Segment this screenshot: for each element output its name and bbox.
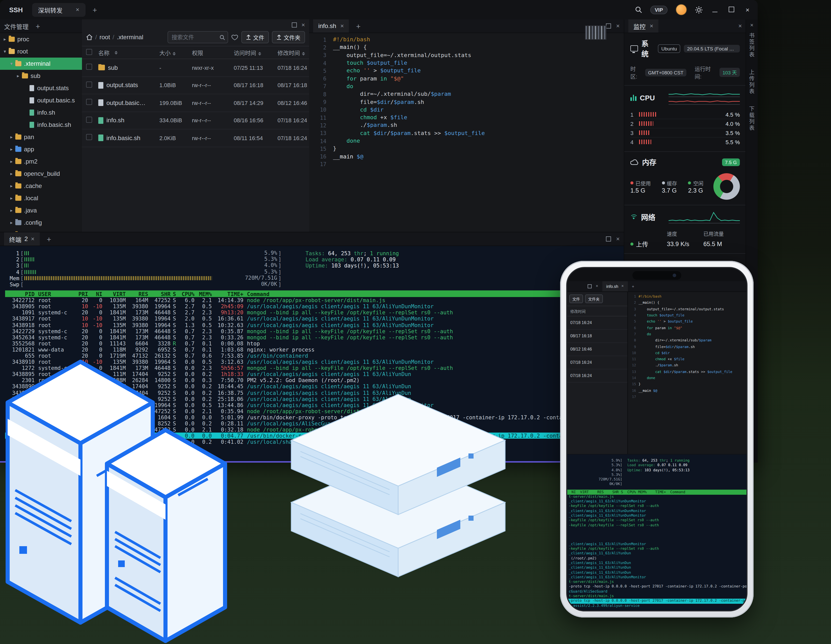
strip-tab[interactable]: 下载列表: [748, 106, 756, 131]
file-manager-tab[interactable]: 文件管理: [4, 22, 29, 30]
process-row[interactable]: 3438895 root 10 -10 111M 17404 9252 S 0.…: [5, 371, 624, 377]
row-checkbox[interactable]: [86, 117, 92, 123]
gear-icon[interactable]: [695, 6, 703, 13]
session-tab[interactable]: 深圳转发 ×: [32, 3, 85, 17]
tree-item[interactable]: ▾ .xterminal: [0, 57, 82, 70]
row-checkbox[interactable]: [86, 81, 92, 88]
tree-expand-icon[interactable]: ▸: [2, 37, 8, 42]
strip-tab[interactable]: 书签列表: [748, 33, 756, 58]
row-checkbox[interactable]: [86, 134, 92, 140]
expand-panel-icon[interactable]: [606, 236, 611, 241]
process-row[interactable]: 3422713 root 20 0 1030M 164M 47252 S 0.0…: [5, 408, 624, 414]
breadcrumb-current[interactable]: .xterminal: [117, 33, 143, 41]
monitor-tab-close-icon[interactable]: ×: [650, 23, 653, 29]
close-panel-icon[interactable]: ×: [301, 22, 305, 28]
tree-expand-icon[interactable]: ▸: [9, 183, 14, 188]
terminal-tab-close-icon[interactable]: ×: [31, 236, 34, 242]
editor-tab-close-icon[interactable]: ×: [341, 23, 344, 29]
process-row[interactable]: 2301 root 20 0 588M 26284 14800 S 0.0 0.…: [5, 377, 624, 383]
tree-expand-icon[interactable]: ▸: [9, 196, 14, 201]
process-row[interactable]: 3438905 root 10 -10 135M 39380 19964 S 2…: [5, 303, 624, 309]
process-row[interactable]: 655 root 20 0 1719M 47132 26132 S 0.7 0.…: [5, 352, 624, 359]
process-row[interactable]: 3438917 root 10 -10 135M 39380 19964 S 2…: [5, 316, 624, 322]
code-editor[interactable]: 1#!/bin/bash2__main() {3 output_file=~/.…: [309, 33, 624, 168]
tree-expand-icon[interactable]: ▸: [9, 208, 14, 213]
session-tab-close-icon[interactable]: ×: [76, 6, 80, 13]
process-row[interactable]: 1947 root 20 0 1155M 3328 1604 S 0.0 0.0…: [5, 432, 624, 439]
tree-expand-icon[interactable]: ▸: [15, 73, 21, 78]
column-header-atime[interactable]: 访问时间: [234, 48, 277, 57]
strip-tab[interactable]: 上传列表: [748, 69, 756, 95]
tree-item[interactable]: ▸ app: [0, 143, 82, 155]
column-header-size[interactable]: 大小: [159, 48, 192, 57]
process-row[interactable]: 3438910 root 10 -10 135M 39380 19964 S 0…: [5, 359, 624, 365]
process-row[interactable]: 3552568 root 20 0 11143 6604 3328 R 0.7 …: [5, 340, 624, 346]
search-input[interactable]: [170, 33, 220, 41]
process-row[interactable]: 1946 root 20 0 1155M 3328 1604 S 0.0 0.0…: [5, 414, 624, 420]
minimize-button[interactable]: [711, 6, 719, 13]
file-manager-add-icon[interactable]: +: [36, 22, 40, 30]
favorite-heart-icon[interactable]: [231, 34, 238, 40]
new-session-button[interactable]: +: [93, 6, 97, 13]
process-row[interactable]: 3438918 root 10 -10 135M 39380 19964 S 1…: [5, 322, 624, 328]
vip-badge[interactable]: VIP: [650, 5, 667, 14]
row-checkbox[interactable]: [86, 64, 92, 70]
close-panel-icon[interactable]: ×: [616, 23, 620, 29]
tree-expand-icon[interactable]: ▸: [9, 147, 14, 152]
process-row[interactable]: 3438896 root 10 -10 111M 17404 9252 S 0.…: [5, 389, 624, 395]
tree-item[interactable]: output.basic.s: [0, 94, 82, 107]
process-row[interactable]: 1091 systemd-c 20 0 1841M 173M 46448 S 2…: [5, 309, 624, 316]
new-terminal-button[interactable]: +: [46, 235, 51, 243]
tree-item[interactable]: ▾ root: [0, 45, 82, 57]
tree-item[interactable]: ▸ .config: [0, 217, 82, 229]
process-row[interactable]: 3452634 systemd-c 20 0 1841M 173M 46448 …: [5, 334, 624, 340]
tree-item[interactable]: ▸ .java: [0, 204, 82, 217]
tree-item[interactable]: ▸ .pm2: [0, 155, 82, 167]
tree-expand-icon[interactable]: ▸: [9, 171, 14, 176]
process-row[interactable]: 3438901 root 10 -10 98M 12404 8252 S 0.0…: [5, 420, 624, 426]
close-panel-icon[interactable]: ×: [738, 23, 742, 29]
tree-item[interactable]: ▸ opencv_build: [0, 167, 82, 180]
file-row[interactable]: output.stats 1.0BiB rw-r--r-- 08/17 16:1…: [82, 77, 309, 94]
search-icon[interactable]: [635, 6, 642, 13]
column-header-name[interactable]: 名称: [98, 48, 159, 57]
monitor-tab[interactable]: 监控 ×: [628, 19, 658, 33]
tree-item[interactable]: ▸ pan: [0, 131, 82, 143]
process-row[interactable]: 3438899 root 10 -10 111M 17404 9252 S 0.…: [5, 383, 624, 389]
tree-expand-icon[interactable]: ▸: [9, 159, 14, 164]
expand-panel-icon[interactable]: [292, 22, 297, 27]
column-header-perm[interactable]: 权限: [192, 48, 234, 57]
window-close-button[interactable]: ×: [743, 6, 751, 13]
file-row[interactable]: sub - rwxr-xr-x 07/25 11:13 07/18 16:24: [82, 59, 309, 77]
process-row[interactable]: 1272 systemd-c 20 0 1841M 173M 46448 S 0…: [5, 365, 624, 371]
process-row[interactable]: 3422712 root 20 0 1030M 164M 47252 S 6.0…: [5, 297, 624, 303]
tree-expand-icon[interactable]: ▸: [9, 134, 14, 140]
file-row[interactable]: info.basic.sh 2.0KiB rw-r--r-- 08/11 16:…: [82, 129, 309, 147]
file-search[interactable]: [167, 31, 228, 43]
editor-tab[interactable]: info.sh ×: [313, 19, 349, 33]
tree-item[interactable]: info.basic.sh: [0, 119, 82, 131]
tree-item[interactable]: ▸ sub: [0, 70, 82, 82]
terminal-output[interactable]: 1[5.9%] 2[5.3%] 3[4.0%] 4[5.3%]: [0, 246, 624, 445]
tree-item[interactable]: ▸ .cache: [0, 180, 82, 192]
avatar[interactable]: [676, 4, 687, 15]
process-row[interactable]: 3438897 root 10 -10 111M 17404 9252 S 0.…: [5, 395, 624, 402]
upload-folder-button[interactable]: 文件夹: [272, 31, 305, 43]
tree-expand-icon[interactable]: ▾: [2, 49, 8, 54]
tree-item[interactable]: output.stats: [0, 82, 82, 94]
search-icon[interactable]: [220, 34, 225, 40]
upload-file-button[interactable]: 文件: [241, 31, 269, 43]
breadcrumb-root[interactable]: root: [100, 33, 110, 41]
process-row[interactable]: 3438920 root 10 -10 135M 39380 19964 S 0…: [5, 402, 624, 408]
expand-panel-icon[interactable]: [606, 24, 611, 29]
tree-item[interactable]: ▸ .local: [0, 192, 82, 204]
strip-close-icon[interactable]: ×: [750, 22, 754, 28]
process-row[interactable]: 1423 root 20 0 124M 9404 6252 S 0.0 0.2 …: [5, 439, 624, 445]
tree-expand-icon[interactable]: ▸: [9, 220, 14, 225]
tree-item[interactable]: info.sh: [0, 107, 82, 119]
process-row[interactable]: 1201821 www-data 20 0 118M 9292 6952 S 0…: [5, 346, 624, 352]
select-all-checkbox[interactable]: [86, 49, 92, 55]
file-row[interactable]: output.basic.stats 199.0BiB rw-r--r-- 08…: [82, 94, 309, 112]
home-icon[interactable]: [86, 34, 93, 40]
process-row[interactable]: 3422729 systemd-c 20 0 1841M 173M 46448 …: [5, 328, 624, 334]
